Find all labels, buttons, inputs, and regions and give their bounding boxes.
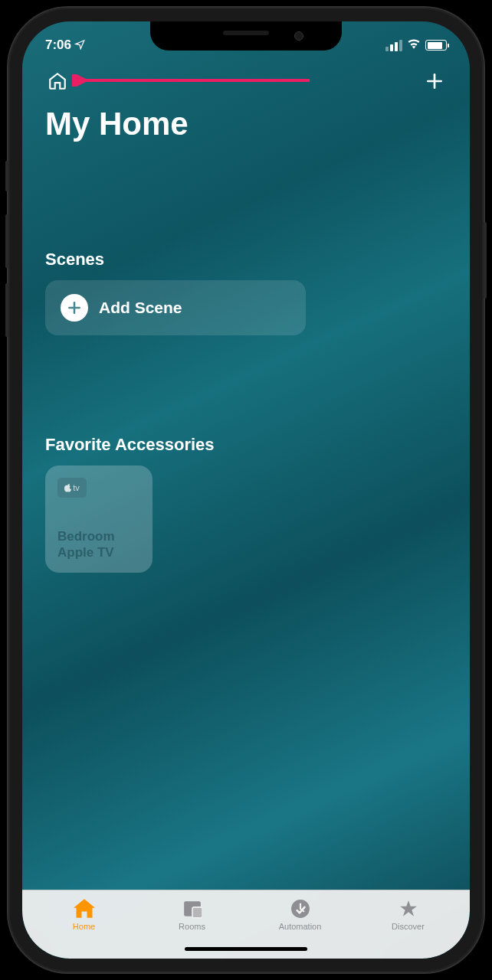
tab-home[interactable]: Home [30, 898, 138, 959]
device-speaker [223, 31, 269, 35]
add-scene-label: Add Scene [99, 299, 182, 317]
location-icon [74, 39, 85, 52]
accessory-tile-bedroom-appletv[interactable]: tv Bedroom Apple TV [45, 466, 153, 573]
plus-circle-icon [61, 294, 88, 322]
status-time: 7:06 [45, 38, 71, 53]
appletv-badge-text: tv [73, 483, 80, 492]
annotation-arrow [72, 74, 310, 87]
favorites-section-header: Favorite Accessories [45, 435, 447, 455]
cellular-signal-icon [385, 40, 402, 51]
rooms-tab-icon [181, 898, 204, 920]
tab-discover[interactable]: Discover [354, 898, 462, 959]
add-scene-button[interactable]: Add Scene [45, 280, 306, 335]
device-camera [294, 31, 303, 41]
tab-label: Home [73, 922, 95, 931]
screen: 7:06 [22, 21, 470, 959]
battery-icon [425, 40, 447, 51]
home-tab-icon [73, 898, 96, 920]
tab-label: Discover [392, 922, 425, 931]
svg-rect-6 [192, 907, 202, 918]
wifi-icon [407, 38, 421, 53]
status-right [385, 38, 447, 53]
tab-label: Rooms [179, 922, 205, 931]
discover-tab-icon [397, 898, 420, 920]
scenes-section-header: Scenes [45, 250, 447, 270]
add-button[interactable] [422, 69, 447, 93]
home-settings-button[interactable] [45, 69, 70, 93]
automation-tab-icon [289, 898, 312, 920]
status-left: 7:06 [45, 38, 85, 53]
appletv-icon: tv [57, 478, 87, 498]
device-notch [150, 21, 342, 51]
accessory-name: Bedroom Apple TV [57, 529, 140, 560]
device-frame: 7:06 [8, 8, 484, 972]
main-content: My Home Scenes Add Scene Favorite Access… [22, 100, 470, 890]
tab-label: Automation [279, 922, 322, 931]
device-side-button-right [484, 222, 487, 299]
page-title: My Home [45, 106, 447, 142]
home-indicator[interactable] [185, 947, 307, 951]
navigation-bar [22, 60, 470, 100]
